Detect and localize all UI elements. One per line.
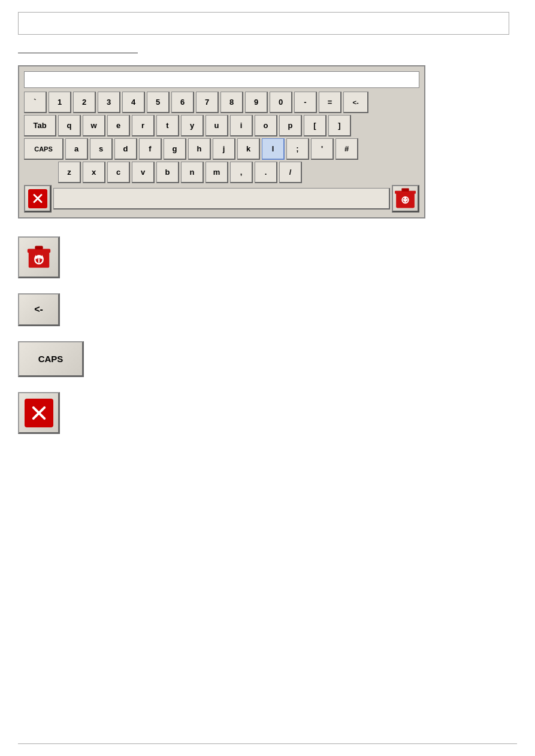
key-8[interactable]: 8 xyxy=(220,92,243,113)
key-5[interactable]: 5 xyxy=(147,92,170,113)
key-s[interactable]: s xyxy=(90,138,113,160)
standalone-backspace-button[interactable]: <- xyxy=(18,293,60,326)
key-tab[interactable]: Tab xyxy=(24,115,56,136)
standalone-backspace-item: <- xyxy=(18,293,517,326)
footer-separator xyxy=(18,743,517,744)
close-x-icon xyxy=(28,189,47,208)
key-j[interactable]: j xyxy=(213,138,235,160)
keyboard-row-4: z x c v b n m , . / xyxy=(24,162,419,183)
key-minus[interactable]: - xyxy=(294,92,317,113)
key-q[interactable]: q xyxy=(58,115,81,136)
key-d[interactable]: d xyxy=(114,138,137,160)
key-g[interactable]: g xyxy=(164,138,186,160)
keyboard-trash-button[interactable] xyxy=(392,185,419,212)
key-7[interactable]: 7 xyxy=(196,92,219,113)
key-t[interactable]: t xyxy=(156,115,179,136)
standalone-caps-item: CAPS xyxy=(18,341,517,377)
key-b[interactable]: b xyxy=(156,162,179,183)
key-3[interactable]: 3 xyxy=(98,92,120,113)
key-9[interactable]: 9 xyxy=(245,92,268,113)
key-caps-lock[interactable]: CAPS xyxy=(24,138,64,160)
key-i[interactable]: i xyxy=(230,115,253,136)
key-u[interactable]: u xyxy=(205,115,228,136)
standalone-trash-button[interactable] xyxy=(18,236,60,278)
key-y[interactable]: y xyxy=(181,115,204,136)
keyboard-row-2: Tab q w e r t y u i o p [ ] xyxy=(24,115,419,136)
keyboard-widget: ` 1 2 3 4 5 6 7 8 9 0 - = <- Tab q w e r… xyxy=(18,65,425,218)
key-v[interactable]: v xyxy=(132,162,155,183)
keyboard-row-1: ` 1 2 3 4 5 6 7 8 9 0 - = <- xyxy=(24,92,419,113)
large-close-icon xyxy=(25,399,53,427)
key-2[interactable]: 2 xyxy=(73,92,96,113)
key-k[interactable]: k xyxy=(237,138,260,160)
standalone-buttons-section: <- CAPS xyxy=(18,236,517,434)
caps-label: CAPS xyxy=(38,354,64,364)
key-1[interactable]: 1 xyxy=(49,92,71,113)
top-search-input[interactable] xyxy=(18,12,509,35)
key-o[interactable]: o xyxy=(255,115,277,136)
key-backtick[interactable]: ` xyxy=(24,92,47,113)
standalone-trash-icon xyxy=(25,244,53,271)
key-h[interactable]: h xyxy=(188,138,211,160)
key-m[interactable]: m xyxy=(205,162,228,183)
key-slash[interactable]: / xyxy=(279,162,302,183)
standalone-close-item xyxy=(18,392,517,434)
keyboard-space-bar[interactable] xyxy=(53,188,390,210)
keyboard-row-3: CAPS a s d f g h j k l ; ' # xyxy=(24,138,419,160)
svg-rect-6 xyxy=(35,245,43,249)
key-quote[interactable]: ' xyxy=(311,138,334,160)
key-6[interactable]: 6 xyxy=(171,92,194,113)
key-equals[interactable]: = xyxy=(319,92,341,113)
key-f[interactable]: f xyxy=(139,138,162,160)
keyboard-text-input[interactable] xyxy=(24,71,419,88)
key-w[interactable]: w xyxy=(83,115,105,136)
key-c[interactable]: c xyxy=(107,162,130,183)
keyboard-bottom-row xyxy=(24,185,419,212)
key-open-bracket[interactable]: [ xyxy=(304,115,327,136)
key-period[interactable]: . xyxy=(255,162,277,183)
svg-rect-5 xyxy=(27,248,50,253)
key-0[interactable]: 0 xyxy=(270,92,292,113)
trash-icon xyxy=(393,185,418,212)
keyboard-close-button[interactable] xyxy=(24,185,52,212)
backspace-label: <- xyxy=(34,304,43,315)
standalone-close-button[interactable] xyxy=(18,392,60,434)
key-z[interactable]: z xyxy=(58,162,81,183)
key-close-bracket[interactable]: ] xyxy=(328,115,351,136)
svg-rect-2 xyxy=(401,188,409,191)
key-l[interactable]: l xyxy=(262,138,285,160)
standalone-trash-item xyxy=(18,236,517,278)
key-a[interactable]: a xyxy=(65,138,88,160)
key-backspace[interactable]: <- xyxy=(343,92,368,113)
key-e[interactable]: e xyxy=(107,115,130,136)
standalone-caps-button[interactable]: CAPS xyxy=(18,341,84,377)
separator xyxy=(18,53,138,53)
key-r[interactable]: r xyxy=(132,115,155,136)
key-semicolon[interactable]: ; xyxy=(286,138,309,160)
key-p[interactable]: p xyxy=(279,115,302,136)
key-comma[interactable]: , xyxy=(230,162,253,183)
key-n[interactable]: n xyxy=(181,162,204,183)
key-4[interactable]: 4 xyxy=(122,92,145,113)
key-hash[interactable]: # xyxy=(335,138,358,160)
key-x[interactable]: x xyxy=(83,162,105,183)
